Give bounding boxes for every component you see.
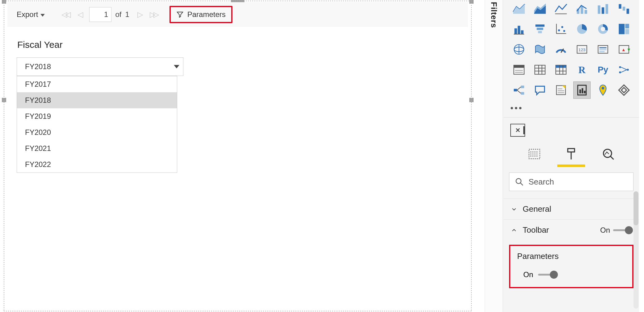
svg-rect-18	[537, 28, 543, 30]
format-tab[interactable]	[562, 147, 580, 167]
pie-chart-icon[interactable]	[573, 20, 591, 38]
svg-line-62	[621, 70, 627, 72]
current-page-input[interactable]: 1	[89, 7, 111, 22]
svg-point-88	[516, 179, 521, 184]
filters-pane-collapsed[interactable]: Filters	[485, 0, 503, 312]
card-visual-icon[interactable]: 123	[573, 41, 591, 58]
report-viewer-toolbar: Export ◁◁ ◁ 1 of 1 ▷ ▷▷ Parameters	[7, 2, 468, 27]
fiscal-year-option[interactable]: FY2021	[17, 140, 177, 156]
slicer-visual-icon[interactable]	[510, 61, 528, 78]
paginated-report-visual-icon[interactable]	[573, 81, 591, 99]
map-icon[interactable]	[510, 41, 528, 58]
toolbar-section-header[interactable]: Toolbar On	[504, 219, 639, 240]
format-tabstrip	[504, 142, 639, 167]
chevron-up-icon	[511, 227, 517, 233]
visual-selection-frame[interactable]: Export ◁◁ ◁ 1 of 1 ▷ ▷▷ Parameters Fisca…	[3, 0, 472, 312]
format-tab-icon	[564, 147, 578, 161]
report-canvas-container: Export ◁◁ ◁ 1 of 1 ▷ ▷▷ Parameters Fisca…	[0, 0, 475, 312]
scrollbar-thumb[interactable]	[634, 191, 638, 225]
caret-down-icon	[174, 65, 179, 69]
fiscal-year-dropdown[interactable]: FY2018	[17, 57, 183, 76]
svg-rect-8	[602, 7, 604, 14]
scatter-chart-icon[interactable]	[552, 20, 570, 38]
toolbar-section-label: Toolbar	[523, 225, 549, 235]
r-script-visual-icon[interactable]: R	[573, 61, 591, 78]
fiscal-year-option[interactable]: FY2020	[17, 124, 177, 140]
gauge-chart-icon[interactable]	[552, 41, 570, 58]
parameters-toggle[interactable]	[538, 274, 557, 276]
table-visual-icon[interactable]	[531, 61, 549, 78]
fields-tab-icon	[528, 147, 541, 161]
format-pane-scrollbar[interactable]	[634, 191, 638, 309]
clustered-bar-chart-icon[interactable]	[510, 20, 528, 38]
close-icon: ✕	[515, 127, 521, 134]
parameters-option-card: Parameters On	[509, 245, 634, 288]
qa-visual-icon[interactable]	[531, 81, 549, 99]
fiscal-year-option[interactable]: FY2022	[17, 156, 177, 173]
last-page-button[interactable]: ▷▷	[147, 8, 160, 21]
general-section-header[interactable]: General	[504, 198, 639, 219]
svg-rect-54	[556, 65, 566, 68]
svg-rect-74	[579, 89, 581, 94]
next-page-button[interactable]: ▷	[133, 8, 145, 21]
svg-point-24	[563, 30, 565, 32]
svg-rect-30	[625, 29, 629, 34]
line-chart-icon[interactable]	[552, 0, 570, 17]
svg-rect-13	[514, 28, 517, 34]
fiscal-year-selected-value: FY2018	[25, 62, 51, 71]
total-pages-value: 1	[125, 10, 129, 19]
key-influencers-icon[interactable]	[615, 61, 633, 78]
parameters-button[interactable]: Parameters	[169, 6, 232, 23]
svg-rect-63	[514, 89, 517, 91]
page-of-label: of	[115, 10, 121, 19]
multi-row-card-icon[interactable]	[594, 41, 612, 58]
funnel-chart-icon[interactable]	[531, 20, 549, 38]
svg-point-86	[604, 149, 612, 157]
smart-narrative-icon[interactable]	[552, 81, 570, 99]
format-search-input[interactable]: Search	[509, 173, 634, 191]
matrix-visual-icon[interactable]	[552, 61, 570, 78]
prev-page-button[interactable]: ◁	[73, 8, 86, 21]
kpi-visual-icon[interactable]: ▲▼	[615, 41, 633, 58]
svg-point-22	[558, 29, 560, 31]
visualizations-pane: 123 ▲▼ R Py ••• ✕	[503, 0, 639, 312]
stacked-area-chart-icon[interactable]	[531, 0, 549, 17]
waterfall-chart-icon[interactable]	[615, 0, 633, 17]
ribbon-chart-icon[interactable]	[594, 0, 612, 17]
svg-point-60	[627, 69, 629, 71]
svg-rect-48	[535, 65, 545, 74]
parameters-button-label: Parameters	[187, 10, 226, 19]
svg-marker-79	[621, 88, 627, 93]
more-visuals-button[interactable]: •••	[504, 102, 639, 116]
remove-field-well-button[interactable]: ✕	[510, 124, 525, 137]
fiscal-year-option[interactable]: FY2017	[17, 76, 177, 92]
svg-line-87	[611, 156, 614, 160]
analytics-tab[interactable]	[599, 147, 617, 167]
toolbar-toggle-state: On	[600, 226, 610, 235]
python-visual-icon[interactable]: Py	[594, 61, 612, 78]
parameters-option-label: Parameters	[517, 252, 625, 261]
svg-rect-6	[584, 10, 587, 14]
filled-map-icon[interactable]	[531, 41, 549, 58]
donut-chart-icon[interactable]	[594, 20, 612, 38]
area-chart-icon[interactable]	[510, 0, 528, 17]
decomposition-tree-icon[interactable]	[510, 81, 528, 99]
export-button[interactable]: Export	[14, 8, 48, 21]
power-apps-visual-icon[interactable]	[615, 81, 633, 99]
first-page-button[interactable]: ◁◁	[59, 8, 71, 21]
svg-rect-65	[521, 92, 524, 94]
svg-rect-75	[582, 88, 583, 94]
analytics-tab-icon	[601, 147, 615, 161]
report-body: Fiscal Year FY2018 FY2017 FY2018 FY2019 …	[7, 27, 468, 310]
combo-chart-icon[interactable]	[573, 0, 591, 17]
chevron-down-icon	[40, 14, 45, 17]
svg-point-59	[619, 71, 621, 73]
svg-rect-11	[623, 7, 625, 11]
fields-tab[interactable]	[525, 147, 544, 167]
toolbar-toggle[interactable]: On	[600, 226, 632, 235]
svg-rect-76	[584, 91, 585, 93]
arcgis-maps-icon[interactable]	[594, 81, 612, 99]
treemap-chart-icon[interactable]	[615, 20, 633, 38]
fiscal-year-option[interactable]: FY2019	[17, 108, 177, 124]
fiscal-year-option[interactable]: FY2018	[17, 92, 177, 108]
